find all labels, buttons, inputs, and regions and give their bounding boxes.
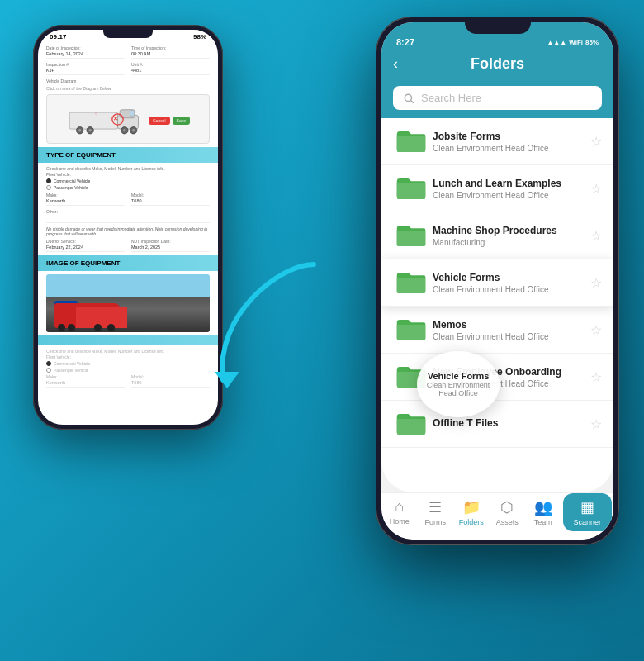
- nav-folders[interactable]: 📁 Folders: [453, 498, 490, 531]
- folder-item-offline[interactable]: Offline T Files ☆: [381, 401, 613, 448]
- make-value: Kenworth: [46, 198, 125, 206]
- folders-nav-icon: 📁: [462, 498, 481, 516]
- folder-sub-vehicle: Clean Environment Head Office: [433, 285, 585, 294]
- folder-name-lunch: Lunch and Learn Examples: [433, 178, 585, 189]
- folder-item-jobsite-forms[interactable]: Jobsite Forms Clean Environment Head Off…: [381, 118, 613, 165]
- search-icon: [403, 93, 414, 104]
- star-icon-lunch[interactable]: ☆: [590, 181, 602, 197]
- folder-item-lunch-learn[interactable]: Lunch and Learn Examples Clean Environme…: [381, 165, 613, 212]
- star-icon-offline[interactable]: ☆: [590, 416, 602, 432]
- folder-item-machine-shop[interactable]: Machine Shop Procedures Manufacturing ☆: [381, 212, 613, 259]
- phone1-device: 09:17 98% Date of Inspection: February 1…: [33, 25, 223, 430]
- bottom-fleet-label: Fleet Vehicle:: [46, 354, 210, 359]
- unit-value: 4481: [131, 68, 210, 75]
- commercial-vehicle-row: Commercial Vehicle: [46, 178, 210, 183]
- nav-team-label: Team: [534, 518, 552, 526]
- folder-name-vehicle: Vehicle Forms: [433, 272, 585, 283]
- bottom-commercial-label: Commercial Vehicle: [54, 361, 90, 366]
- nav-home[interactable]: ⌂ Home: [381, 498, 418, 531]
- bottom-type-hint: Check one and describe Make, Model, Numb…: [46, 349, 210, 354]
- folder-text-machine: Machine Shop Procedures Manufacturing: [433, 225, 585, 247]
- svg-point-9: [123, 129, 125, 131]
- nav-scanner[interactable]: ▦ Scanner: [563, 493, 613, 531]
- phone2-header: ‹ Folders: [381, 52, 613, 81]
- ndt-label: NDT Inspection Date:: [131, 239, 210, 244]
- star-icon-jobsite[interactable]: ☆: [590, 134, 602, 150]
- folder-name-memos: Memos: [433, 319, 585, 330]
- equipment-photo: [46, 274, 210, 332]
- bottom-section-bar: [38, 335, 218, 345]
- folder-icon-offline: [393, 409, 429, 439]
- team-icon: 👥: [534, 498, 552, 516]
- phone2-device: 8:27 ▲▲▲ WiFi 85% ‹ Folders Search Here: [376, 17, 619, 545]
- back-button[interactable]: ‹: [393, 55, 398, 73]
- svg-point-15: [405, 94, 411, 101]
- svg-rect-0: [69, 112, 117, 129]
- nav-assets[interactable]: ⬡ Assets: [490, 498, 526, 531]
- commercial-checkbox[interactable]: [46, 178, 51, 183]
- passenger-checkbox[interactable]: [46, 185, 51, 190]
- star-icon-vehicle[interactable]: ☆: [590, 275, 602, 291]
- wheel4: [107, 324, 115, 331]
- folder-item-memos[interactable]: Memos Clean Environment Head Office ☆: [381, 307, 613, 354]
- svg-point-11: [132, 129, 135, 131]
- folders-title: Folders: [471, 55, 524, 73]
- passenger-vehicle-row: Passenger Vehicle: [46, 185, 210, 190]
- wifi-icon: WiFi: [569, 39, 583, 46]
- diagram-save-btn[interactable]: Save: [173, 117, 190, 125]
- inspection-num-label: Inspection #:: [46, 62, 125, 67]
- diagram-cancel-btn[interactable]: Cancel: [149, 117, 170, 125]
- fleet-vehicle-label: Fleet Vehicle:: [46, 172, 210, 177]
- bottom-make-value: Kenworth: [46, 380, 125, 388]
- folder-sub-lunch: Clean Environment Head Office: [433, 191, 585, 200]
- type-hint: Check one and describe Make, Model, Numb…: [46, 166, 210, 171]
- folder-icon-vehicle: [393, 268, 429, 297]
- image-equipment-header: IMAGE OF EQUIPMENT: [38, 255, 218, 271]
- nav-folders-label: Folders: [459, 518, 484, 526]
- folder-name-offline: Offline T Files: [433, 417, 585, 429]
- folder-item-vehicle-forms[interactable]: Vehicle Forms Clean Environment Head Off…: [381, 259, 613, 307]
- wheel3: [94, 324, 102, 331]
- star-icon-memos[interactable]: ☆: [590, 322, 602, 338]
- folder-icon-lunch: [393, 174, 429, 203]
- commercial-vehicle-label: Commercial Vehicle: [54, 178, 90, 183]
- phone2-time: 8:27: [396, 37, 414, 47]
- nav-team[interactable]: 👥 Team: [525, 498, 561, 531]
- time-inspection-value: 08:30 AM: [131, 51, 210, 59]
- type-equipment-header: TYPE OF EQUIPMENT: [38, 147, 218, 163]
- folder-text-vehicle: Vehicle Forms Clean Environment Head Off…: [433, 272, 585, 294]
- scanner-icon: ▦: [580, 498, 594, 516]
- bottom-model-value: T680: [131, 380, 210, 388]
- folder-sub-machine: Manufacturing: [433, 238, 585, 247]
- nav-home-label: Home: [390, 517, 410, 525]
- nav-forms[interactable]: ☰ Forms: [418, 498, 454, 531]
- wheel2: [68, 324, 75, 331]
- star-icon-onboarding[interactable]: ☆: [590, 369, 602, 385]
- forms-icon: ☰: [429, 498, 442, 516]
- nav-assets-label: Assets: [496, 518, 519, 526]
- phone1-time: 09:17: [50, 33, 66, 40]
- battery-icon: 85%: [585, 39, 599, 46]
- star-icon-machine[interactable]: ☆: [590, 228, 602, 244]
- vehicle-diagram: ✕ ○ Cancel Save: [46, 94, 210, 144]
- search-box[interactable]: Search Here: [393, 86, 602, 110]
- svg-rect-3: [130, 111, 135, 117]
- date-inspection-value: February 14, 2024: [46, 51, 125, 59]
- ndt-value: March 2, 2025: [131, 245, 210, 252]
- other-label: Other:: [46, 209, 210, 214]
- search-placeholder-text: Search Here: [421, 92, 481, 104]
- assets-icon: ⬡: [500, 498, 514, 516]
- passenger-vehicle-label: Passenger Vehicle: [54, 185, 88, 190]
- bottom-navigation: ⌂ Home ☰ Forms 📁 Folders ⬡ Assets 👥 Team…: [381, 492, 613, 540]
- time-inspection-label: Time of Inspection:: [131, 45, 210, 50]
- due-service-value: February 22, 2024: [46, 245, 125, 252]
- inspection-num-value: KJF: [46, 68, 125, 75]
- nav-scanner-label: Scanner: [573, 518, 601, 526]
- search-area: Search Here: [381, 81, 613, 118]
- folder-icon-jobsite: [393, 126, 429, 156]
- bottom-make-label: Make:: [46, 374, 125, 379]
- phone1-battery: 98%: [193, 33, 206, 40]
- folder-icon-memos: [393, 315, 429, 345]
- visible-damage-text: No visible damage or wear that needs imm…: [46, 226, 210, 236]
- phone2-notch: [465, 22, 531, 34]
